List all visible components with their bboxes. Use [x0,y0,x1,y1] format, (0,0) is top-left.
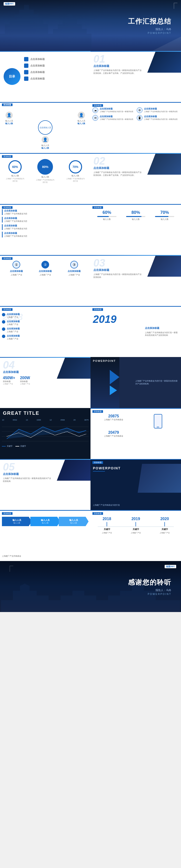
year-label-3: 关键字 [159,528,170,531]
timeline-title-2: 点击添加标题 [7,320,20,323]
col-text-3: 上海建广产业 [63,274,85,276]
ending-subtitle2: POWERPOINT [128,593,171,595]
slide-ending: 锐普PPT 感谢您的聆听 报告人：乌冬 POWERPOINT 「 [0,561,181,612]
timeline-dot-1 [2,313,5,316]
list-text-3: 上海建广产业并购基金为您 [4,227,27,230]
badge-label: 添加标题 [92,104,103,107]
slide-badge: 添加标题 [92,307,103,311]
top-line [90,153,181,154]
slide-icons-grid: 添加标题 ☁ 点击添加标题 上海建广产业并购基金为您打造一家最具创意 ⚙ 点击添… [90,102,181,153]
step-3: 输入人员 输入人数 [59,517,89,526]
badge-label: 添加标题 [92,410,103,413]
top-line [90,255,181,256]
icons-grid: ☁ 点击添加标题 上海建广产业并购基金为您打造一家最具创意 ⚙ 点击添加标题 上… [92,107,179,121]
circle-value-3: 70% [69,160,82,174]
col-h4: 3489 [37,419,41,421]
top-line [90,306,181,307]
top-line [0,306,90,307]
year-label-2: 关键字 [131,528,141,531]
top-line [90,510,181,511]
timeline-text-1: 上海建广产业 [7,316,20,318]
year-click-title: 点击添加标题 [145,327,179,330]
icon-4: 📱 [137,115,143,121]
icon-item-1: ☁ 点击添加标题 上海建广产业并购基金为您打造一家最具创意 [92,107,135,113]
stat-val-1: 60% [97,210,117,215]
slide-s03-intro: 03 点击添加标题 上海建广产业并购基金为您打造一家最具创意的新兴产业投资机构 [90,255,181,306]
slide-text: 上海建广产业并购基金为您打造 [93,504,120,506]
section-number: 03 [93,257,105,269]
stat-item-1: 450W+ 添加标题 上海建广产业 [3,376,15,385]
icon-symbol-1: ① [12,261,20,269]
badge-label: 添加标题 [2,103,12,106]
year-label-1: 关键字 [102,528,112,531]
step-label-2: 输入人员 [31,519,59,522]
icon-text-2: 点击添加标题 上海建广产业并购基金为您打造一家最具创意 [144,107,178,113]
avatar-1: 👤 [5,112,13,119]
slide-timeline: 添加标题 2018 点击添加标题 上海建广产业 点击添加标题 上海建广产业 [0,306,90,357]
powerpoint-label: POWERPOINT [93,360,116,362]
stat-3: 70% 输入人数 [155,210,174,221]
center-circle: 点击添加人员 [38,120,53,135]
stat-item-2: 200W 添加标题 上海建广产业 [20,376,30,385]
agenda-label-3: 点击添加标题 [30,70,45,74]
col-title-2: 点击添加标题 [34,270,56,273]
cover-text: 工作汇报总结 报告人：乌冬 POWERPOINT [128,17,171,34]
person-num-2: 输入人数 [74,122,89,125]
col-h6: 4568 [60,419,65,421]
icon-text-1: 点击添加标题 上海建广产业并购基金为您打造一家最具创意 [100,107,133,113]
section-image [57,459,90,481]
slide-s04-intro: 04 点击添加标题 450W+ 添加标题 上海建广产业 200W 添加标题 上海… [0,357,90,408]
stat-grid-1: 20875 上海建广产业并购基金 [92,414,135,429]
top-line [90,51,181,52]
top-line [0,153,90,154]
section-content: 点击添加标题 450W+ 添加标题 上海建广产业 200W 添加标题 上海建广产… [3,370,30,385]
badge-label: 添加标题 [2,155,12,158]
brand-badge: 锐普PPT [164,565,176,568]
triangle-2 [110,385,117,395]
timeline-item-1: 点击添加标题 上海建广产业 [2,313,89,318]
slide-great-title: GREAT TITLE 10 6542 13 3489 12 4568 20 3… [0,408,90,459]
timeline-text-4: 上海建广产业 [7,338,20,340]
bar-bg-2 [126,216,145,217]
great-title-area: GREAT TITLE [3,410,39,416]
year-item-1: 2018 关键字 上海建广产业 [102,517,112,534]
circle-text-3: 上海建广产业并购基金为您打造 [66,178,85,182]
slide-3col-icons: 添加标题 ① 点击添加标题 上海建广产业 ② 点击添加标题 上海建广产业 ③ 点… [0,255,90,306]
cover-subtitle2: POWERPOINT [128,32,171,34]
agenda-icon-1 [24,57,28,61]
top-line [90,408,181,409]
image-area [138,464,181,493]
year-line-2 [135,522,136,527]
circle-label-2: 输入人数 [36,176,55,178]
agenda-item-1: 点击添加标题 [24,57,88,61]
badge-label: 添加标题 [92,308,103,311]
col-h3: 13 [26,419,28,421]
section-text: 上海建广产业并购基金为您打造一家最具创意的新兴产业投资机构 [3,477,51,483]
circle-value-1: 60% [8,160,22,174]
steps-row: 输入人员 输入人数 输入人员 输入人数 输入人员 输入人数 [2,517,89,526]
stat-val-3: 70% [155,210,174,215]
circle-text-2: 上海建广产业并购基金为您打造 [36,179,55,184]
legend-label-2: 关键字 [20,445,26,447]
year-item-3: 2020 关键字 上海建广产业 [159,517,170,534]
triangles [110,370,119,395]
year-text-1: 上海建广产业 [102,532,112,534]
slide-list-4: 添加标题 点击添加标题 上海建广产业并购基金为您 点击添加标题 上海建广产业并购… [0,204,90,255]
icon-item-3: ✉ 点击添加标题 上海建广产业并购基金为您打造一家最具创意 [92,115,135,121]
section-title: 点击添加标题 [93,268,142,272]
icon-title-4: 点击添加标题 [144,115,178,118]
col-icon-1: ① 点击添加标题 上海建广产业 [5,261,27,276]
list-text-2: 上海建广产业并购基金为您 [4,220,27,222]
icon-title-2: 点击添加标题 [144,107,178,111]
stat-grid-2: 20479 上海建广产业并购基金 [92,430,135,437]
section-click-title: 点击添加标题 [93,64,142,68]
icon-desc-1: 上海建广产业并购基金为您打造一家最具创意 [100,111,133,113]
slide-s02-intro: 02 点击添加标题 上海建广产业并购基金为您打造一家最具创意的新兴产业投资机构，… [90,153,181,204]
list-item-1-content: 点击添加标题 上海建广产业并购基金为您 [4,209,27,215]
slide-mobile-stats: 添加标题 20875 上海建广产业并购基金 20479 上海建广产业并购基金 [90,408,181,459]
stat-circle-2: 80% 输入人数 上海建广产业并购基金为您打造 [36,159,55,184]
agenda-icon-3 [24,70,28,74]
phone-shape [154,414,162,429]
timeline-content-4: 点击添加标题 上海建广产业 [7,334,20,340]
section-number: 02 [93,155,105,167]
